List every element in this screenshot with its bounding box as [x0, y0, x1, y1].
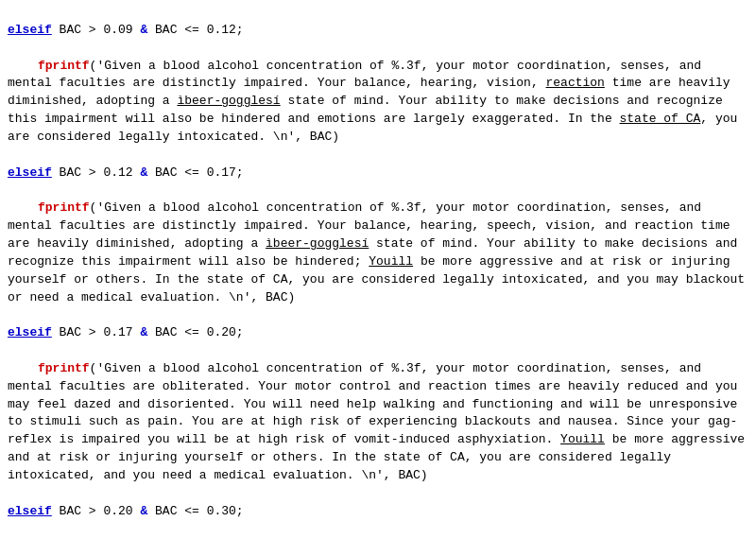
keyword-elseif-2: elseif: [8, 165, 52, 180]
keyword-and-2: &: [140, 165, 147, 180]
condition-3: BAC > 0.17 & BAC <= 0.20;: [52, 325, 244, 339]
keyword-printf-3: fprintf: [38, 361, 90, 375]
line-printf-3: fprintf('Given a blood alcohol concentra…: [8, 360, 748, 485]
keyword-elseif-4: elseif: [8, 504, 52, 518]
line-elseif-2: elseif BAC > 0.12 & BAC <= 0.17;: [8, 165, 748, 183]
keyword-elseif-3: elseif: [8, 325, 52, 339]
string-2: ('Given a blood alcohol concentration of…: [8, 200, 752, 304]
word-youll-2: Youìll: [369, 254, 413, 269]
indent-1: [8, 58, 38, 76]
word-beer-goggles-2: ìbeer-gogglesí: [266, 236, 369, 251]
word-youll-3: Youìll: [560, 432, 605, 446]
indent-2: [8, 200, 38, 217]
line-printf-1: fprintf('Given a blood alcohol concentra…: [8, 58, 748, 147]
indent-3: [8, 360, 38, 378]
line-printf-2: fprintf('Given a blood alcohol concentra…: [8, 200, 748, 306]
word-reaction-1: reaction: [546, 76, 605, 90]
line-elseif-1: elseif BAC > 0.09 & BAC <= 0.12;: [8, 22, 748, 40]
condition-1: BAC > 0.09 & BAC <= 0.12;: [52, 23, 244, 37]
word-state-ca-1: state of CA: [620, 112, 701, 126]
string-1: ('Given a blood alcohol concentration of…: [8, 59, 745, 144]
line-elseif-4: elseif BAC > 0.20 & BAC <= 0.30;: [8, 503, 748, 521]
code-editor: elseif BAC > 0.09 & BAC <= 0.12; fprintf…: [8, 4, 748, 539]
string-3: ('Given a blood alcohol concentration of…: [8, 361, 752, 482]
keyword-and-3: &: [140, 325, 147, 339]
keyword-printf-1: fprintf: [38, 59, 90, 73]
keyword-elseif-1: elseif: [8, 23, 52, 37]
word-beer-goggles-1: ìbeer-gogglesí: [177, 94, 280, 108]
keyword-printf-2: fprintf: [38, 200, 90, 215]
condition-4: BAC > 0.20 & BAC <= 0.30;: [52, 504, 244, 518]
keyword-and-1: &: [140, 23, 147, 37]
line-elseif-3: elseif BAC > 0.17 & BAC <= 0.20;: [8, 324, 748, 342]
keyword-and-4: &: [140, 504, 147, 518]
condition-2: BAC > 0.12 & BAC <= 0.17;: [52, 165, 244, 180]
